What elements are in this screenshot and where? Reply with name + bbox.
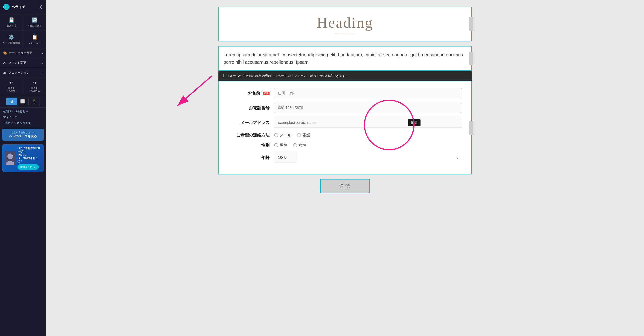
email-input[interactable] bbox=[274, 118, 462, 128]
add-pages-link[interactable]: 公開ページ数を増やす bbox=[3, 121, 43, 125]
preview-button[interactable]: 📋 プレビュー bbox=[23, 31, 46, 48]
submit-area: 送信 bbox=[218, 179, 472, 193]
sidebar-item-animation[interactable]: 3● アニメーション › bbox=[0, 68, 46, 78]
sidebar-logo[interactable]: P ペライチ bbox=[3, 4, 25, 10]
arrow-annotation bbox=[138, 74, 230, 120]
sidebar-item-theme-color[interactable]: 🎨 テーマカラー変更 › bbox=[0, 48, 46, 58]
required-badge: 必須 bbox=[262, 92, 270, 95]
public-page-link[interactable]: 公開ページを見る ⧉ bbox=[3, 110, 43, 114]
font-change-label: フォント変更 bbox=[8, 61, 26, 65]
submit-button[interactable]: 送信 bbox=[320, 179, 370, 193]
redo-button[interactable]: ↪ 操作を 1つ進める bbox=[23, 78, 46, 95]
form-info-bar: ℹ フォームから送信された内容はマイページの「フォーム」ボタンから確認できます。 bbox=[218, 71, 472, 81]
animation-label: アニメーション bbox=[8, 71, 30, 75]
promo-text-area: ペライチ制作代行サービス プロに、 ページ制作をお任せ！ 詳細はこちら › bbox=[18, 146, 42, 170]
body-text: Lorem ipsum dolor sit amet, consectetur … bbox=[224, 51, 466, 66]
heading-block[interactable]: Heading bbox=[218, 7, 472, 42]
select-arrow-icon: ⇅ bbox=[456, 156, 459, 160]
form-row-contact-method: ご希望の連絡方法 メール 電話 bbox=[228, 132, 462, 138]
tablet-view-button[interactable]: ⬜ bbox=[17, 98, 28, 105]
undo-button[interactable]: ↩ 操作を 1つ戻す bbox=[0, 78, 23, 95]
font-icon: Aₐ bbox=[3, 61, 6, 65]
age-select[interactable]: 10代 20代 30代 40代 50代 60代以上 bbox=[274, 152, 297, 162]
redo-icon: ↪ bbox=[33, 80, 36, 86]
gear-icon: ⚙️ bbox=[8, 34, 14, 40]
peraichi-logo-icon: P bbox=[3, 4, 10, 10]
info-bar-text: フォームから送信された内容はマイページの「フォーム」ボタンから確認できます。 bbox=[226, 74, 349, 78]
help-main-text: ヘルプページ を見る bbox=[4, 134, 42, 138]
form-block-handle[interactable] bbox=[469, 121, 474, 135]
draft-button[interactable]: ↩️ 下書きに戻す bbox=[23, 14, 46, 31]
page-info-label: ページ情報編集 bbox=[2, 41, 20, 45]
phone-label: お電話番号 bbox=[228, 105, 270, 111]
email-label: メールアドレス bbox=[228, 120, 270, 126]
my-page-link[interactable]: マイページ bbox=[3, 115, 43, 119]
gender-options: 男性 女性 bbox=[274, 143, 462, 148]
undo-redo-group: ↩ 操作を 1つ戻す ↪ 操作を 1つ進める bbox=[0, 78, 46, 95]
animation-icon: 3● bbox=[3, 71, 7, 74]
form-row-gender: 性別 男性 女性 bbox=[228, 142, 462, 148]
save-button[interactable]: 💾 保存する bbox=[0, 14, 23, 31]
contact-email-label: メール bbox=[280, 132, 292, 138]
help-sub-text: ＼ 使い方を知りたい ／ bbox=[4, 131, 42, 134]
chevron-right-icon: › bbox=[42, 51, 43, 55]
text-block[interactable]: Lorem ipsum dolor sit amet, consectetur … bbox=[218, 46, 472, 71]
text-block-handle[interactable] bbox=[469, 52, 474, 65]
save-label: 保存する bbox=[6, 24, 16, 28]
heading-block-handle[interactable] bbox=[469, 17, 474, 31]
form-row-phone: お電話番号 bbox=[228, 103, 462, 113]
form-row-name: お名前 必須 bbox=[228, 88, 462, 98]
phone-input[interactable] bbox=[274, 103, 462, 113]
save-icon: 💾 bbox=[8, 17, 14, 23]
draft-label: 下書きに戻す bbox=[27, 24, 42, 28]
age-select-wrapper: 10代 20代 30代 40代 50代 60代以上 ⇅ bbox=[274, 152, 462, 162]
promo-title: ペライチ制作代行サービス プロに、 ページ制作をお任せ！ bbox=[18, 146, 42, 163]
sidebar-header: P ペライチ ❮ bbox=[0, 0, 46, 14]
gender-female-label: 女性 bbox=[298, 143, 306, 148]
svg-text:P: P bbox=[5, 5, 7, 9]
sidebar-menu: 🎨 テーマカラー変更 › Aₐ フォント変更 › 3● アニメーション › bbox=[0, 48, 46, 78]
checkbox-email[interactable] bbox=[274, 133, 278, 137]
undo-icon: ↩ bbox=[10, 80, 13, 86]
preview-label: プレビュー bbox=[28, 41, 41, 45]
undo-label: 操作を 1つ戻す bbox=[7, 86, 16, 93]
info-icon: ℹ bbox=[223, 74, 224, 78]
main-canvas: Heading Lorem ipsum dolor sit amet, cons… bbox=[46, 0, 644, 336]
form-row-email: メールアドレス 編集 bbox=[228, 118, 462, 128]
gender-male-option[interactable]: 男性 bbox=[274, 143, 288, 148]
svg-point-3 bbox=[7, 154, 13, 159]
sidebar: P ペライチ ❮ 💾 保存する ↩️ 下書きに戻す ⚙️ ページ情報編集 📋 プ… bbox=[0, 0, 46, 336]
form-row-age: 年齢 10代 20代 30代 40代 50代 60代以上 ⇅ bbox=[228, 152, 462, 162]
gender-female-option[interactable]: 女性 bbox=[293, 143, 306, 148]
promo-detail-button[interactable]: 詳細はこちら › bbox=[18, 164, 39, 170]
mobile-view-button[interactable]: 📱 bbox=[28, 98, 40, 105]
name-input[interactable] bbox=[274, 88, 462, 98]
palette-icon: 🎨 bbox=[3, 51, 7, 55]
chevron-right-icon-3: › bbox=[42, 71, 43, 74]
radio-male[interactable] bbox=[274, 143, 278, 147]
gender-male-label: 男性 bbox=[280, 143, 288, 148]
form-block: お名前 必須 お電話番号 メールアドレス 編集 ご希望の連絡方法 bbox=[218, 81, 472, 174]
radio-female[interactable] bbox=[293, 143, 297, 147]
gender-label: 性別 bbox=[228, 142, 270, 148]
public-page-label: 公開ページを見る bbox=[3, 110, 25, 114]
checkbox-phone[interactable] bbox=[297, 133, 301, 137]
page-info-button[interactable]: ⚙️ ページ情報編集 bbox=[0, 31, 23, 48]
chevron-right-icon-2: › bbox=[42, 61, 43, 65]
contact-method-options: メール 電話 bbox=[274, 132, 462, 138]
contact-phone-option[interactable]: 電話 bbox=[297, 132, 310, 138]
desktop-view-button[interactable]: 🖥 bbox=[6, 98, 17, 105]
sidebar-item-font-change[interactable]: Aₐ フォント変更 › bbox=[0, 58, 46, 68]
external-link-icon: ⧉ bbox=[26, 110, 28, 113]
page-heading: Heading bbox=[224, 14, 466, 31]
sidebar-collapse-button[interactable]: ❮ bbox=[39, 4, 43, 10]
canvas-area: Heading Lorem ipsum dolor sit amet, cons… bbox=[218, 7, 472, 193]
help-page-button[interactable]: ＼ 使い方を知りたい ／ ヘルプページ を見る bbox=[2, 129, 44, 140]
sidebar-tool-group: ⚙️ ページ情報編集 📋 プレビュー bbox=[0, 31, 46, 48]
contact-email-option[interactable]: メール bbox=[274, 132, 292, 138]
view-mode-toggle: 🖥 ⬜ 📱 bbox=[0, 95, 46, 108]
promo-banner[interactable]: ペライチ制作代行サービス プロに、 ページ制作をお任せ！ 詳細はこちら › bbox=[2, 144, 44, 172]
svg-line-6 bbox=[177, 76, 212, 106]
draft-icon: ↩️ bbox=[32, 17, 38, 23]
sidebar-action-group: 💾 保存する ↩️ 下書きに戻す bbox=[0, 14, 46, 31]
